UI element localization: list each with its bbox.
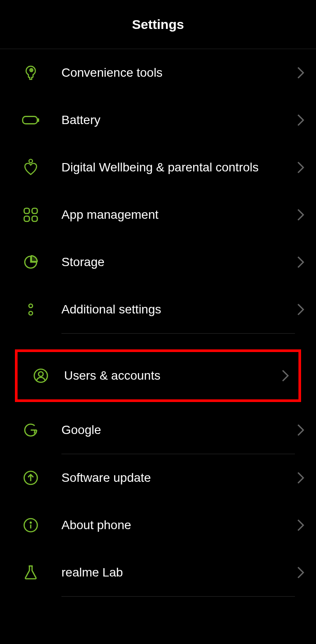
google-g-icon [0,422,61,438]
row-storage[interactable]: Storage [0,238,316,286]
row-label: Battery [61,112,285,128]
chevron-right-icon [285,256,316,269]
row-label: Storage [61,254,285,270]
row-label: Users & accounts [64,367,272,384]
row-users-accounts[interactable]: Users & accounts [18,352,298,399]
svg-point-12 [39,372,43,377]
convenience-head-icon [0,65,61,81]
row-label: Additional settings [61,301,285,318]
chevron-right-icon [285,161,316,174]
page-title: Settings [132,17,184,32]
chevron-right-icon [285,114,316,127]
svg-rect-5 [24,208,29,213]
svg-rect-2 [23,117,37,124]
row-about-phone[interactable]: About phone [0,502,316,549]
row-convenience-tools[interactable]: Convenience tools [0,49,316,96]
svg-point-15 [30,522,31,523]
more-dots-icon [0,302,61,317]
update-arrow-up-icon [0,470,61,486]
chevron-right-icon [285,566,316,579]
highlight-annotation: Users & accounts [15,349,301,402]
chevron-right-icon [285,303,316,316]
chevron-right-icon [285,208,316,221]
svg-point-10 [29,311,32,315]
svg-point-1 [31,70,32,71]
user-circle-icon [18,368,64,384]
chevron-right-icon [285,471,316,484]
row-label: realme Lab [61,564,285,581]
row-battery[interactable]: Battery [0,96,316,144]
row-google[interactable]: Google [0,406,316,454]
chevron-right-icon [285,66,316,79]
battery-icon [0,116,61,125]
svg-rect-3 [38,118,39,122]
info-circle-icon [0,517,61,533]
row-label: App management [61,206,285,223]
row-label: Convenience tools [61,64,285,81]
row-label: Software update [61,470,285,486]
svg-point-9 [29,304,32,307]
chevron-right-icon [285,423,316,437]
svg-rect-7 [24,216,29,221]
row-label: About phone [61,517,285,534]
chevron-right-icon [285,519,316,532]
header: Settings [0,0,316,49]
row-label: Digital Wellbeing & parental controls [61,159,285,176]
flask-lab-icon [0,565,61,580]
row-digital-wellbeing[interactable]: Digital Wellbeing & parental controls [0,144,316,191]
apps-grid-icon [0,207,61,223]
svg-rect-6 [32,208,37,213]
row-realme-lab[interactable]: realme Lab [0,549,316,596]
settings-list: Convenience tools Battery Digital Wellbe… [0,49,316,597]
storage-pie-icon [0,254,61,270]
chevron-right-icon [272,369,298,382]
row-app-management[interactable]: App management [0,191,316,238]
section-divider [61,596,295,597]
wellbeing-heart-icon [0,159,61,176]
row-software-update[interactable]: Software update [0,454,316,502]
svg-point-11 [34,369,47,382]
row-additional-settings[interactable]: Additional settings [0,286,316,333]
svg-rect-8 [32,216,37,221]
svg-point-4 [29,159,32,163]
row-label: Google [61,422,285,438]
